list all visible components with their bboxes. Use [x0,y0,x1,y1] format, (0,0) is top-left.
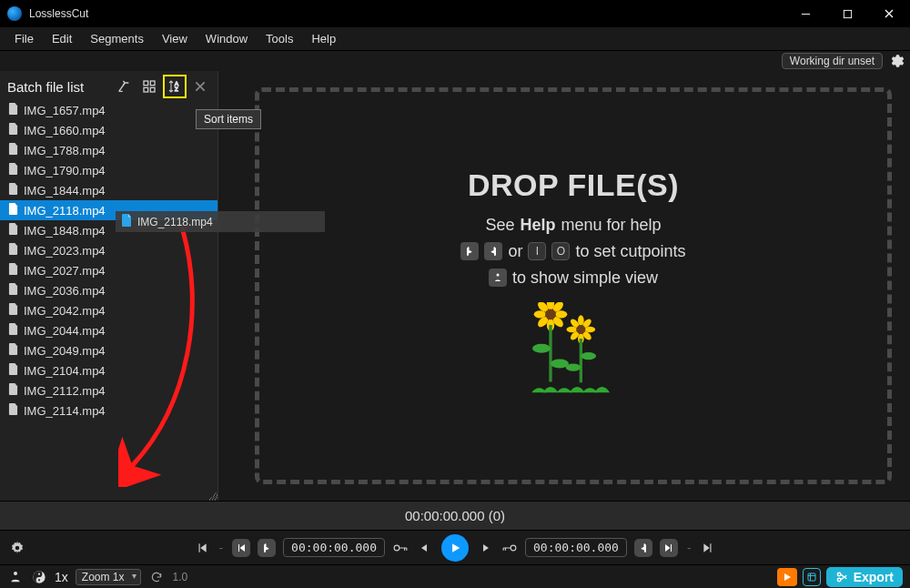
dropzone-simple-text: to show simple view [512,269,658,288]
sort-az-icon[interactable]: A Z [165,76,185,96]
list-item[interactable]: IMG_2023.mp4 [0,240,217,260]
step-back-icon[interactable] [416,539,432,557]
minimize-button[interactable] [784,0,826,27]
file-icon [7,403,18,418]
list-item[interactable]: IMG_2114.mp4 [0,400,217,421]
timecode-right[interactable]: 00:00:00.000 [525,538,627,557]
list-item[interactable]: IMG_2044.mp4 [0,320,217,340]
list-item[interactable]: IMG_1660.mp4 [0,120,217,140]
svg-point-33 [394,545,399,551]
file-name: IMG_1844.mp4 [24,184,106,198]
maximize-button[interactable] [826,0,868,27]
capture-frame-button[interactable] [777,568,797,586]
file-name: IMG_1660.mp4 [24,124,106,137]
file-name: IMG_2104.mp4 [24,364,106,378]
prev-keyframe-icon[interactable] [232,539,250,557]
timeline[interactable]: 00:00:00.000 (0) [0,501,910,530]
file-icon [7,103,18,117]
top-strip: Working dir unset [0,51,910,71]
next-keyframe-icon[interactable] [660,539,678,557]
jump-end-icon[interactable] [700,539,716,557]
file-icon [7,283,18,298]
list-item[interactable]: IMG_2027.mp4 [0,260,217,280]
list-item[interactable]: IMG_2112.mp4 [0,380,217,400]
fps-label: 1.0 [172,571,187,583]
set-start-icon[interactable] [258,539,276,557]
export-segments-icon[interactable] [803,568,821,586]
svg-point-17 [545,309,556,319]
file-name: IMG_1790.mp4 [24,164,106,177]
merge-icon[interactable] [114,76,134,96]
menu-view[interactable]: View [155,30,195,47]
window-controls [784,0,910,27]
working-dir-badge[interactable]: Working dir unset [782,53,883,69]
file-name: IMG_2118.mp4 [24,204,106,218]
menu-segments[interactable]: Segments [83,30,151,47]
key-right-icon[interactable] [501,539,518,557]
close-list-icon[interactable] [190,76,210,96]
close-button[interactable] [868,0,910,27]
file-name: IMG_2049.mp4 [24,344,106,358]
step-forward-icon[interactable] [478,539,494,557]
menu-tools[interactable]: Tools [258,30,300,47]
file-icon [7,203,18,218]
set-end-icon[interactable] [634,539,652,557]
settings-icon[interactable] [888,53,905,69]
file-list[interactable]: IMG_1657.mp4IMG_1660.mp4IMG_1788.mp4IMG_… [0,100,217,501]
svg-point-19 [532,343,551,352]
speed-label[interactable]: 1x [55,570,68,584]
svg-rect-18 [549,325,551,382]
person-icon [489,269,507,287]
svg-text:Z: Z [175,86,178,92]
list-item[interactable]: IMG_2042.mp4 [0,300,217,320]
dropzone-help-line: See Help menu for help [485,216,661,235]
play-button[interactable] [441,534,469,562]
file-name: IMG_2036.mp4 [24,284,106,298]
drag-ghost-label: IMG_2118.mp4 [137,216,213,228]
list-item[interactable]: IMG_2104.mp4 [0,360,217,380]
resize-handle[interactable] [208,492,217,501]
key-left-icon[interactable] [392,539,409,557]
dropzone[interactable]: DROP FILE(S) See Help menu for help or I… [255,87,892,484]
file-name: IMG_1848.mp4 [24,224,106,238]
person-toggle-icon[interactable] [7,568,24,586]
file-icon [7,243,18,258]
menu-edit[interactable]: Edit [45,30,79,47]
dropzone-cut-line: or I O to set cutpoints [460,242,685,261]
file-icon [7,303,18,318]
dropzone-title: DROP FILE(S) [468,167,679,203]
sunflower-icon [528,302,619,405]
list-item[interactable]: IMG_1788.mp4 [0,140,217,160]
list-item[interactable]: IMG_1844.mp4 [0,180,217,200]
refresh-icon[interactable] [148,568,165,586]
dropzone-help-bold: Help [520,216,555,235]
export-button[interactable]: Export [826,567,903,587]
jump-start-icon[interactable] [194,539,210,557]
timecode-left[interactable]: 00:00:00.000 [283,538,385,557]
yinyang-icon[interactable] [31,568,47,586]
menu-window[interactable]: Window [198,30,255,47]
menu-file[interactable]: File [7,30,41,47]
settings-gear-icon[interactable] [9,539,25,557]
title-bar: LosslessCut [0,0,910,27]
list-item[interactable]: IMG_1657.mp4 [0,100,217,120]
file-icon [7,363,18,378]
menu-help[interactable]: Help [304,30,343,47]
list-item[interactable]: IMG_2049.mp4 [0,340,217,360]
bottom-bar: 1x Zoom 1x 1.0 Export [0,564,910,588]
grid-icon[interactable] [139,76,159,96]
hand-right-icon [484,242,502,260]
svg-point-31 [581,352,596,360]
seek-group-left: - 00:00:00.000 [194,538,432,557]
hand-left-icon [460,242,479,260]
zoom-select[interactable]: Zoom 1x [76,569,142,585]
app-icon [7,6,22,21]
svg-rect-2 [150,81,155,86]
list-item[interactable]: IMG_2036.mp4 [0,280,217,300]
file-name: IMG_2023.mp4 [24,244,106,258]
svg-point-34 [511,545,516,551]
sidebar-title: Batch file list [7,79,108,95]
window-title: LosslessCut [29,7,88,20]
list-item[interactable]: IMG_1790.mp4 [0,160,217,180]
svg-point-40 [837,573,841,576]
